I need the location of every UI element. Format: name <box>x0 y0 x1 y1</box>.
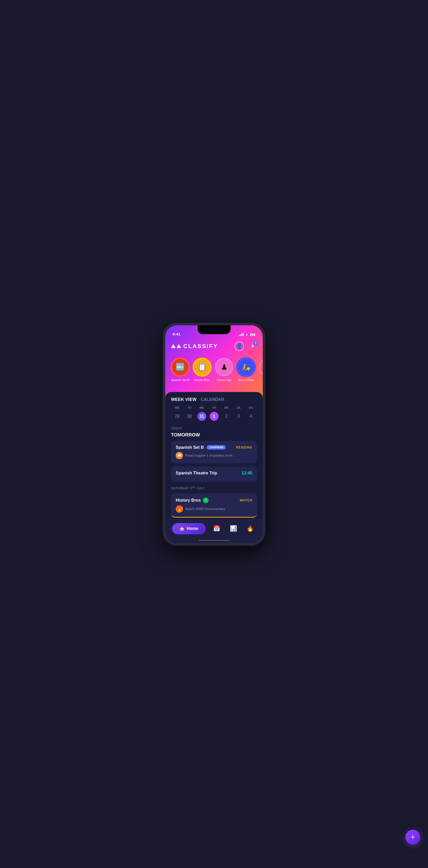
home-icon: 🏠 <box>179 526 185 531</box>
fire-nav-button[interactable]: 🔥 <box>244 523 256 534</box>
groups-scroll: 🔤 Spanish Set B 📋 History Bros ♟ Chess C… <box>165 355 263 384</box>
gesture-bar <box>198 540 230 541</box>
calendar-grid: MO TU WE TH FR SA SU 29 30 31 <box>171 406 257 421</box>
day-3-text: 3 <box>234 412 243 421</box>
spanish-theatre-header: Spanish Theatre Trip 12:45 <box>176 471 252 475</box>
group-avatar-spanish: 🔤 <box>171 358 189 376</box>
status-icons: ▲ ▮▮▮ <box>239 333 256 336</box>
spanish-set-b-card-header: Spanish Set B CHAPMAN READING <box>176 445 252 450</box>
battery-icon: ▮▮▮ <box>250 333 256 336</box>
spanish-set-b-title-row: Spanish Set B CHAPMAN <box>176 445 226 450</box>
day-1[interactable]: 1 <box>208 411 220 421</box>
spanish-set-b-title: Spanish Set B <box>176 445 204 450</box>
group-name-spanish: Spanish Set B <box>171 378 189 381</box>
saturday-label-text: SATURDAY 3RD JULY <box>171 487 205 490</box>
day-header-we: WE <box>196 406 208 409</box>
group-item-history-bros[interactable]: 📋 History Bros <box>193 358 211 381</box>
app-logo: CLASSIFY <box>171 343 218 350</box>
day-3[interactable]: 3 <box>232 411 245 421</box>
calendar-tab[interactable]: CALENDAR <box>201 397 224 402</box>
notification-badge: 5 <box>253 341 258 345</box>
notch <box>198 325 231 334</box>
day-30-text: 30 <box>185 412 194 421</box>
group-item-spanish-set-b[interactable]: 🔤 Spanish Set B <box>171 358 189 381</box>
day-header-th: TH <box>208 406 220 409</box>
group-avatar-span2: 👤 <box>259 358 263 376</box>
day-29-text: 29 <box>173 412 182 421</box>
header-actions: 👤 ✈ 5 <box>234 341 257 351</box>
home-nav-button[interactable]: 🏠 Home <box>172 523 205 534</box>
day-29[interactable]: 29 <box>171 411 183 421</box>
grid-nav-icon: 📊 <box>230 525 237 532</box>
day-31[interactable]: 31 <box>196 411 208 421</box>
notification-button[interactable]: ✈ 5 <box>248 342 257 351</box>
history-bros-card[interactable]: History Bros ✓ WATCH 🔥 Watch WWII Docume… <box>171 493 257 518</box>
home-nav-label: Home <box>187 526 198 531</box>
day-2[interactable]: 2 <box>220 411 232 421</box>
fire-nav-icon: 🔥 <box>246 525 254 532</box>
history-desc: Watch WWII Documentary <box>185 507 225 511</box>
spanish-set-b-desc-row: 📖 Read chapter 1 of palabra book <box>176 452 252 459</box>
spanish-theatre-time: 12:45 <box>241 471 252 475</box>
phone-frame: 9:41 ▲ ▮▮▮ CLASSIFY <box>163 323 265 546</box>
wifi-icon: ▲ <box>245 333 249 336</box>
day-numbers: 29 30 31 1 2 3 <box>171 411 257 421</box>
spanish-set-b-type: READING <box>236 446 252 449</box>
logo-triangle-right <box>176 344 181 348</box>
history-bros-header: History Bros ✓ WATCH <box>176 497 252 503</box>
week-view-tab[interactable]: WEEK VIEW <box>171 397 197 402</box>
view-tabs: WEEK VIEW CALENDAR <box>171 397 257 402</box>
app-name: CLASSIFY <box>183 343 218 350</box>
calendar-nav-button[interactable]: 📅 <box>211 523 223 534</box>
group-avatar-chess: ♟ <box>215 358 233 376</box>
logo-icon <box>171 344 181 348</box>
group-avatar-history: 📋 <box>193 358 211 376</box>
day-4-text: 4 <box>246 412 256 421</box>
profile-icon[interactable]: 👤 <box>234 341 244 351</box>
chess-icon: ♟ <box>221 363 227 371</box>
history-title-row: History Bros ✓ <box>176 497 209 503</box>
day-header-mo: MO <box>171 406 183 409</box>
tomorrow-section-label: TOMORROW <box>171 432 257 438</box>
saturday-label: SATURDAY 3RD JULY <box>171 486 257 490</box>
today-section-label: TODAY <box>171 427 257 430</box>
group-name-chess: Chess Club <box>217 378 232 381</box>
group-name-house: House Party <box>238 378 254 381</box>
history-fire-icon: 🔥 <box>176 505 183 513</box>
history-icon: 📋 <box>198 363 207 371</box>
group-name-history: History Bros <box>194 378 210 381</box>
group-item-span2[interactable]: 👤 Span... <box>259 358 263 381</box>
history-watch-label: WATCH <box>240 498 252 502</box>
history-desc-row: 🔥 Watch WWII Documentary <box>176 505 252 513</box>
signal-icon <box>239 333 244 336</box>
status-time: 9:41 <box>172 332 180 336</box>
group-item-house-party[interactable]: 🛵 House Party <box>237 358 255 381</box>
day-header-tu: TU <box>183 406 196 409</box>
spanish-set-b-tag: CHAPMAN <box>206 445 226 450</box>
day-header-su: SU <box>245 406 257 409</box>
spanish-theatre-title: Spanish Theatre Trip <box>176 471 217 475</box>
logo-triangle-left <box>171 344 176 348</box>
group-item-chess-club[interactable]: ♟ Chess Club <box>215 358 233 381</box>
grid-nav-button[interactable]: 📊 <box>228 523 239 534</box>
groups-section: 🔤 Spanish Set B 📋 History Bros ♟ Chess C… <box>165 355 263 384</box>
day-1-text: 1 <box>210 412 219 421</box>
history-verified-icon: ✓ <box>203 497 209 503</box>
spanish-book-icon: 📖 <box>176 452 183 459</box>
profile-avatar-icon: 👤 <box>236 343 243 349</box>
group-avatar-house: 🛵 <box>237 358 255 376</box>
day-4[interactable]: 4 <box>245 411 257 421</box>
spanish-set-b-desc: Read chapter 1 of palabra book <box>185 454 233 458</box>
day-headers: MO TU WE TH FR SA SU <box>171 406 257 409</box>
calendar-nav-icon: 📅 <box>213 525 220 532</box>
day-31-text: 31 <box>197 412 206 421</box>
day-header-fr: FR <box>220 406 232 409</box>
bottom-nav: 🏠 Home 📅 📊 🔥 <box>165 520 263 543</box>
day-header-sa: SA <box>232 406 245 409</box>
day-30[interactable]: 30 <box>183 411 196 421</box>
day-2-text: 2 <box>222 412 231 421</box>
app-header: CLASSIFY 👤 ✈ 5 <box>165 338 263 354</box>
spanish-set-b-card[interactable]: Spanish Set B CHAPMAN READING 📖 Read cha… <box>171 441 257 463</box>
spanish-theatre-trip-card[interactable]: Spanish Theatre Trip 12:45 <box>171 467 257 482</box>
house-icon: 🛵 <box>241 363 251 371</box>
